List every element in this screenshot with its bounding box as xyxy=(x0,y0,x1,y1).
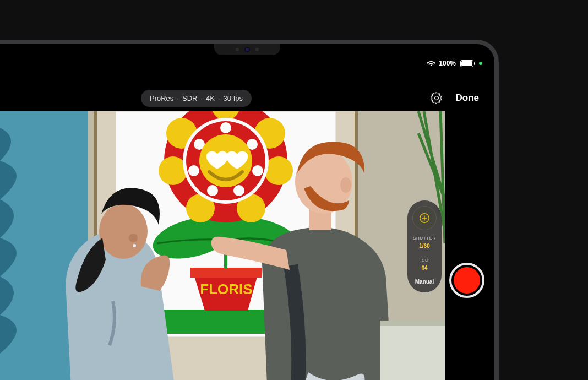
top-toolbar: ProRes · SDR · 4K · 30 fps Done xyxy=(0,87,494,109)
format-codec: ProRes xyxy=(150,94,173,102)
exposure-icon xyxy=(418,212,431,224)
svg-rect-9 xyxy=(190,268,262,278)
svg-point-29 xyxy=(220,122,231,133)
settings-button[interactable] xyxy=(429,91,444,105)
format-dynamic-range: SDR xyxy=(182,94,197,102)
record-dot-icon xyxy=(454,267,480,294)
svg-point-26 xyxy=(252,165,263,176)
svg-point-36 xyxy=(340,177,351,193)
capture-controls-strip xyxy=(445,111,494,380)
exposure-mode[interactable]: Manual xyxy=(415,279,434,285)
ipad-frame: 100% ProRes · SDR · 4K · 30 fps Done xyxy=(0,40,499,380)
scene-illustration: FLORIS xyxy=(0,111,445,380)
svg-point-27 xyxy=(207,185,218,196)
done-button[interactable]: Done xyxy=(456,93,480,104)
recording-indicator-dot xyxy=(479,62,482,65)
status-bar: 100% xyxy=(427,59,482,67)
format-selector[interactable]: ProRes · SDR · 4K · 30 fps xyxy=(141,90,252,107)
svg-point-28 xyxy=(233,185,244,196)
shutter-value[interactable]: 1/60 xyxy=(419,243,429,249)
format-resolution: 4K xyxy=(206,94,215,102)
svg-rect-38 xyxy=(380,321,445,326)
wifi-icon xyxy=(427,60,435,67)
shutter-label: SHUTTER xyxy=(413,236,436,241)
camera-notch xyxy=(214,44,280,55)
ev-dial[interactable] xyxy=(412,206,437,230)
battery-percent: 100% xyxy=(439,59,456,67)
iso-value[interactable]: 64 xyxy=(421,265,427,271)
svg-point-33 xyxy=(133,244,136,247)
iso-label: ISO xyxy=(420,258,429,263)
gear-icon xyxy=(431,92,443,104)
record-button[interactable] xyxy=(449,263,484,298)
svg-point-32 xyxy=(129,234,138,242)
viewfinder[interactable]: FLORIS xyxy=(0,111,445,380)
format-framerate: 30 fps xyxy=(224,94,243,102)
poster-text: FLORIS xyxy=(200,281,252,297)
svg-rect-37 xyxy=(380,321,445,380)
battery-icon xyxy=(460,60,473,67)
exposure-panel[interactable]: SHUTTER 1/60 ISO 64 Manual xyxy=(407,200,442,292)
svg-point-25 xyxy=(188,165,199,176)
svg-point-31 xyxy=(99,204,148,259)
